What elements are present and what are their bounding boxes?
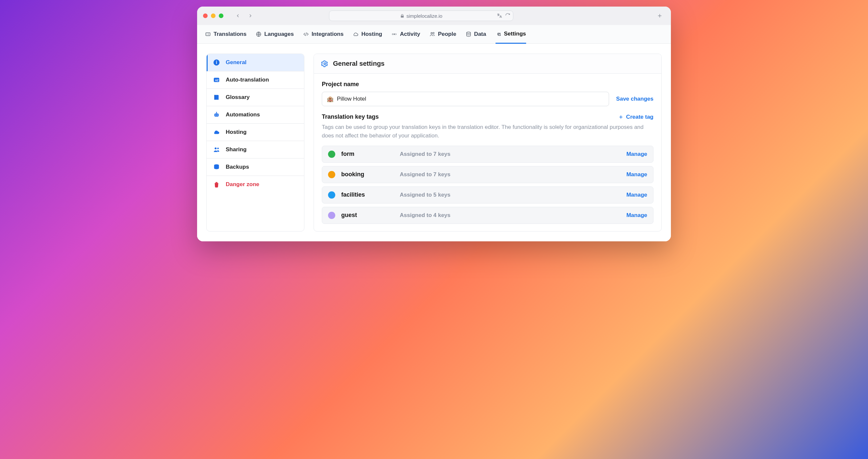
tab-translations[interactable]: Translations <box>205 25 246 43</box>
svg-rect-11 <box>216 62 217 64</box>
tags-heading: Translation key tags <box>322 113 379 120</box>
tab-languages[interactable]: Languages <box>256 25 294 43</box>
tab-label: Hosting <box>361 31 382 37</box>
reload-icon[interactable] <box>505 13 510 18</box>
activity-icon <box>391 31 397 37</box>
svg-rect-2 <box>206 33 210 36</box>
project-name-label: Project name <box>322 81 653 88</box>
svg-point-6 <box>431 33 432 34</box>
tab-label: Translations <box>214 31 246 37</box>
content: General AZ Auto-translation Glossary Aut… <box>197 44 671 241</box>
project-emoji: 🏨 <box>327 96 334 103</box>
svg-point-21 <box>216 112 217 113</box>
panel-title: General settings <box>333 60 385 67</box>
translate-badge-icon: AZ <box>213 76 220 84</box>
new-tab-button[interactable] <box>654 11 665 21</box>
project-name-value: Pillow Hotel <box>337 96 366 102</box>
tag-row: formAssigned to 7 keysManage <box>322 146 653 163</box>
addressbar-domain: simplelocalize.io <box>406 13 442 19</box>
manage-tag-link[interactable]: Manage <box>626 171 647 178</box>
sidebar-item-automations[interactable]: Automations <box>207 106 304 124</box>
tag-color-dot <box>328 151 335 158</box>
translations-icon <box>205 31 211 37</box>
tab-people[interactable]: People <box>429 25 456 43</box>
tab-label: Integrations <box>312 31 343 37</box>
back-button[interactable] <box>232 11 243 21</box>
main-panel: General settings Project name 🏨 Pillow H… <box>314 54 662 231</box>
tab-settings[interactable]: Settings <box>496 25 526 44</box>
tag-assigned-count: Assigned to 4 keys <box>400 212 451 219</box>
tab-integrations[interactable]: Integrations <box>303 25 343 43</box>
info-circle-icon <box>213 59 220 66</box>
lock-icon <box>400 14 404 18</box>
tag-row: facilitiesAssigned to 5 keysManage <box>322 187 653 203</box>
settings-sidebar: General AZ Auto-translation Glossary Aut… <box>206 54 304 231</box>
svg-point-12 <box>216 61 217 62</box>
tab-label: Settings <box>504 31 526 37</box>
sidebar-label: Backups <box>226 164 249 170</box>
cloud-icon <box>353 31 359 37</box>
manage-tag-link[interactable]: Manage <box>626 212 647 219</box>
sidebar-label: Automations <box>226 111 260 118</box>
gear-icon <box>321 60 329 67</box>
tags-list: formAssigned to 7 keysManagebookingAssig… <box>322 146 653 224</box>
tab-label: Languages <box>264 31 294 37</box>
address-bar[interactable]: simplelocalize.io <box>329 10 513 21</box>
svg-text:Z: Z <box>217 79 218 82</box>
tab-label: Activity <box>400 31 420 37</box>
tag-name: form <box>341 151 381 158</box>
manage-tag-link[interactable]: Manage <box>626 151 647 158</box>
sidebar-item-sharing[interactable]: Sharing <box>207 141 304 159</box>
book-icon <box>213 93 220 101</box>
manage-tag-link[interactable]: Manage <box>626 192 647 198</box>
chevron-right-icon <box>248 13 253 19</box>
tag-color-dot <box>328 171 335 178</box>
sidebar-item-glossary[interactable]: Glossary <box>207 89 304 106</box>
tab-data[interactable]: Data <box>466 25 486 43</box>
database-icon <box>466 31 471 37</box>
svg-rect-17 <box>215 113 219 117</box>
tag-row: bookingAssigned to 7 keysManage <box>322 166 653 183</box>
browser-window: simplelocalize.io Translations Languages… <box>197 7 671 241</box>
tab-activity[interactable]: Activity <box>391 25 420 43</box>
forward-button[interactable] <box>245 11 256 21</box>
svg-point-5 <box>394 34 395 35</box>
sidebar-label: Auto-translation <box>226 76 269 83</box>
window-close-button[interactable] <box>203 13 208 18</box>
window-minimize-button[interactable] <box>211 13 216 18</box>
create-tag-label: Create tag <box>626 114 653 120</box>
sidebar-item-hosting[interactable]: Hosting <box>207 124 304 141</box>
people-icon <box>429 31 435 37</box>
sidebar-item-backups[interactable]: Backups <box>207 159 304 176</box>
translate-icon[interactable] <box>497 13 502 19</box>
save-changes-link[interactable]: Save changes <box>616 96 653 102</box>
tab-hosting[interactable]: Hosting <box>353 25 382 43</box>
tag-assigned-count: Assigned to 5 keys <box>400 192 451 198</box>
project-name-input[interactable]: 🏨 Pillow Hotel <box>322 92 609 106</box>
database-filled-icon <box>213 163 220 171</box>
tag-assigned-count: Assigned to 7 keys <box>400 171 451 178</box>
sidebar-label: Glossary <box>226 94 250 101</box>
tag-name: facilities <box>341 191 381 198</box>
nav-buttons <box>232 11 256 21</box>
sidebar-item-general[interactable]: General <box>207 54 304 71</box>
trash-icon <box>213 181 220 188</box>
sidebar-item-danger-zone[interactable]: Danger zone <box>207 176 304 193</box>
tag-name: guest <box>341 212 381 219</box>
svg-point-7 <box>433 32 434 34</box>
sidebar-label: Danger zone <box>226 181 259 188</box>
sidebar-label: General <box>226 59 246 66</box>
svg-rect-16 <box>215 95 215 100</box>
tag-color-dot <box>328 212 335 219</box>
robot-icon <box>213 111 220 119</box>
code-icon <box>303 31 309 37</box>
window-maximize-button[interactable] <box>219 13 223 18</box>
svg-point-25 <box>324 63 326 65</box>
sidebar-item-auto-translation[interactable]: AZ Auto-translation <box>207 71 304 89</box>
create-tag-link[interactable]: Create tag <box>618 114 653 120</box>
svg-point-19 <box>217 115 218 116</box>
tab-label: People <box>438 31 456 37</box>
tag-color-dot <box>328 191 335 199</box>
sidebar-label: Hosting <box>226 129 246 135</box>
cloud-filled-icon <box>213 128 220 136</box>
